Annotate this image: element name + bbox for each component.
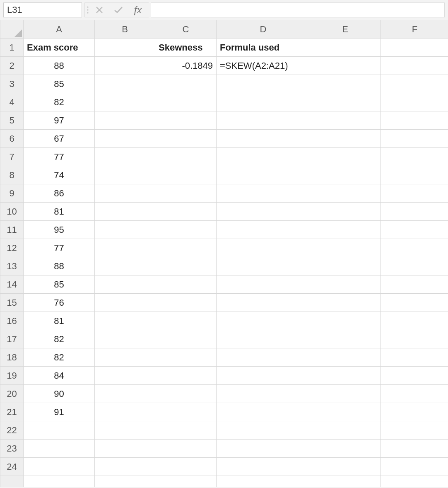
cell-C21[interactable] — [155, 403, 217, 421]
cell-B3[interactable] — [95, 75, 155, 93]
cell-D3[interactable] — [217, 75, 310, 93]
cell-D2[interactable]: =SKEW(A2:A21) — [217, 57, 310, 75]
col-header-B[interactable]: B — [95, 20, 155, 39]
row-header[interactable]: 3 — [0, 75, 24, 93]
cell-A24[interactable] — [24, 458, 95, 476]
cell-F24[interactable] — [381, 458, 448, 476]
cell-E5[interactable] — [310, 111, 381, 130]
col-header-A[interactable]: A — [24, 20, 95, 39]
cell-B5[interactable] — [95, 111, 155, 130]
cell-E3[interactable] — [310, 75, 381, 93]
cell-A2[interactable]: 88 — [24, 57, 95, 75]
cell-F18[interactable] — [381, 348, 448, 367]
cell-B9[interactable] — [95, 184, 155, 203]
row-header[interactable]: 19 — [0, 367, 24, 385]
cell-D21[interactable] — [217, 403, 310, 421]
cell-E20[interactable] — [310, 385, 381, 403]
cell-D13[interactable] — [217, 257, 310, 275]
cell-C18[interactable] — [155, 348, 217, 367]
row-header[interactable]: 2 — [0, 57, 24, 75]
cell-B23[interactable] — [95, 440, 155, 458]
row-header[interactable]: 11 — [0, 221, 24, 239]
cell-C1[interactable]: Skewness — [155, 39, 217, 57]
cell-A10[interactable]: 81 — [24, 203, 95, 221]
row-header[interactable]: 5 — [0, 111, 24, 130]
cell-C10[interactable] — [155, 203, 217, 221]
cell-A11[interactable]: 95 — [24, 221, 95, 239]
col-header-C[interactable]: C — [155, 20, 217, 39]
row-header[interactable]: 13 — [0, 257, 24, 275]
row-header[interactable]: 9 — [0, 184, 24, 203]
cell-D14[interactable] — [217, 275, 310, 294]
cell-E16[interactable] — [310, 312, 381, 330]
cell-C22[interactable] — [155, 421, 217, 440]
cell-F13[interactable] — [381, 257, 448, 275]
cell-F6[interactable] — [381, 130, 448, 148]
cell-F22[interactable] — [381, 421, 448, 440]
cell-C2[interactable]: -0.1849 — [155, 57, 217, 75]
cell-D6[interactable] — [217, 130, 310, 148]
cell-D17[interactable] — [217, 330, 310, 348]
cell-E14[interactable] — [310, 275, 381, 294]
cell-A21[interactable]: 91 — [24, 403, 95, 421]
cell-D25[interactable] — [217, 476, 310, 487]
cell-A19[interactable]: 84 — [24, 367, 95, 385]
cell-D19[interactable] — [217, 367, 310, 385]
row-header[interactable]: 14 — [0, 275, 24, 294]
cell-F15[interactable] — [381, 294, 448, 312]
row-header[interactable]: 7 — [0, 148, 24, 166]
cell-C11[interactable] — [155, 221, 217, 239]
select-all-corner[interactable] — [0, 20, 24, 39]
cell-C17[interactable] — [155, 330, 217, 348]
cell-E18[interactable] — [310, 348, 381, 367]
cell-E25[interactable] — [310, 476, 381, 487]
cell-C9[interactable] — [155, 184, 217, 203]
cell-E19[interactable] — [310, 367, 381, 385]
row-header[interactable]: 17 — [0, 330, 24, 348]
cell-F19[interactable] — [381, 367, 448, 385]
cell-B10[interactable] — [95, 203, 155, 221]
cell-E4[interactable] — [310, 93, 381, 111]
spreadsheet-grid[interactable]: A B C D E F 1Exam scoreSkewnessFormula u… — [0, 20, 448, 487]
cell-F7[interactable] — [381, 148, 448, 166]
cell-F23[interactable] — [381, 440, 448, 458]
cell-E7[interactable] — [310, 148, 381, 166]
cell-F2[interactable] — [381, 57, 448, 75]
cell-E22[interactable] — [310, 421, 381, 440]
cell-B22[interactable] — [95, 421, 155, 440]
cell-F12[interactable] — [381, 239, 448, 257]
cell-B11[interactable] — [95, 221, 155, 239]
cell-E13[interactable] — [310, 257, 381, 275]
cell-B24[interactable] — [95, 458, 155, 476]
cell-D18[interactable] — [217, 348, 310, 367]
fx-button[interactable]: fx — [128, 2, 148, 17]
cell-A5[interactable]: 97 — [24, 111, 95, 130]
enter-button[interactable] — [109, 2, 128, 17]
cancel-button[interactable] — [90, 2, 109, 17]
cell-E9[interactable] — [310, 184, 381, 203]
cell-B8[interactable] — [95, 166, 155, 184]
row-header[interactable]: 15 — [0, 294, 24, 312]
row-header[interactable]: 18 — [0, 348, 24, 367]
cell-A7[interactable]: 77 — [24, 148, 95, 166]
cell-D10[interactable] — [217, 203, 310, 221]
cell-D4[interactable] — [217, 93, 310, 111]
cell-F8[interactable] — [381, 166, 448, 184]
cell-B19[interactable] — [95, 367, 155, 385]
cell-C6[interactable] — [155, 130, 217, 148]
cell-B12[interactable] — [95, 239, 155, 257]
cell-F14[interactable] — [381, 275, 448, 294]
cell-E17[interactable] — [310, 330, 381, 348]
cell-B6[interactable] — [95, 130, 155, 148]
cell-A8[interactable]: 74 — [24, 166, 95, 184]
cell-A15[interactable]: 76 — [24, 294, 95, 312]
cell-B1[interactable] — [95, 39, 155, 57]
cell-D12[interactable] — [217, 239, 310, 257]
cell-D1[interactable]: Formula used — [217, 39, 310, 57]
cell-D15[interactable] — [217, 294, 310, 312]
cell-B7[interactable] — [95, 148, 155, 166]
cell-B20[interactable] — [95, 385, 155, 403]
cell-F21[interactable] — [381, 403, 448, 421]
row-header[interactable]: 6 — [0, 130, 24, 148]
row-header[interactable]: 20 — [0, 385, 24, 403]
